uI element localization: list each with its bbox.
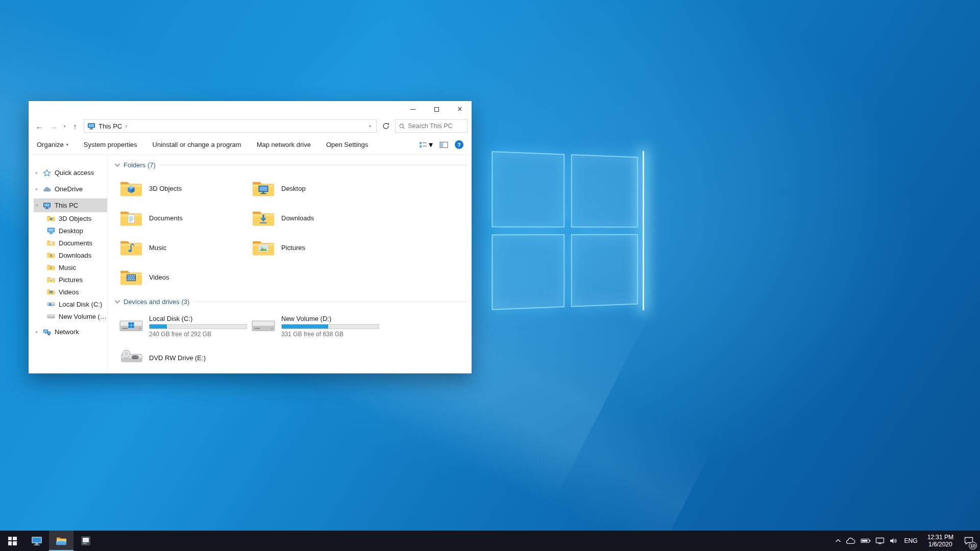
collapse-chevron-icon[interactable]: [114, 299, 120, 304]
folder-tile-downloads[interactable]: Downloads: [252, 203, 384, 233]
drive-tile-new-volume-d[interactable]: New Volume (D:)331 GB free of 638 GB: [252, 310, 384, 342]
maximize-button[interactable]: [425, 101, 448, 117]
toolbar-item-label: System properties: [84, 141, 137, 148]
group-divider: [193, 302, 468, 302]
toolbar-item-open-settings[interactable]: Open Settings: [326, 141, 368, 148]
chevron-right-icon[interactable]: ▸: [36, 330, 43, 334]
folder-tile-desktop[interactable]: Desktop: [252, 173, 384, 203]
sidebar-item-quick-access[interactable]: ▸Quick access: [34, 166, 107, 180]
notification-badge: 10: [969, 542, 977, 549]
chevron-right-icon[interactable]: ▸: [36, 187, 43, 191]
folders-group-header[interactable]: Folders (7): [114, 159, 468, 170]
sidebar-item-network[interactable]: ▸Network: [34, 325, 107, 339]
title-bar[interactable]: ×: [29, 101, 472, 117]
back-button[interactable]: ←: [33, 119, 46, 133]
folder-tile-label: Music: [149, 244, 166, 252]
sidebar-item-label: Videos: [59, 288, 79, 296]
folders-grid: 3D ObjectsDesktopDocumentsDownloadsMusic…: [119, 173, 468, 292]
drive-name: Local Disk (C:): [149, 315, 247, 322]
folder-3d-objects-icon: [47, 214, 55, 222]
collapse-chevron-icon[interactable]: [114, 163, 120, 167]
help-icon: ?: [457, 142, 461, 148]
battery-tray-button[interactable]: [861, 538, 871, 544]
folder-tile-music[interactable]: Music: [119, 233, 252, 262]
speaker-icon: [889, 537, 897, 544]
minimize-button[interactable]: [401, 101, 425, 117]
data-drive-small-icon: [47, 312, 55, 320]
taskbar-app-file-explorer-icon[interactable]: [49, 531, 74, 551]
group-label[interactable]: Devices and drives (3): [124, 298, 189, 306]
taskbar-app-monitor-app-icon[interactable]: [24, 531, 49, 551]
sidebar-item-downloads[interactable]: Downloads: [34, 249, 107, 261]
monitor-app-icon: [31, 535, 43, 547]
windows-wallpaper-logo: [492, 151, 638, 310]
battery-icon: [861, 538, 871, 544]
folder-tile-label: Pictures: [281, 244, 305, 252]
up-button[interactable]: ↑: [69, 119, 81, 133]
toolbar-item-organize[interactable]: Organize▾: [37, 141, 68, 148]
folder-tile-3d-objects[interactable]: 3D Objects: [119, 173, 252, 203]
onedrive-tray-button[interactable]: [846, 537, 856, 544]
search-box[interactable]: [395, 119, 468, 133]
drives-group-header[interactable]: Devices and drives (3): [114, 296, 468, 307]
sidebar-item-new-volume-d[interactable]: New Volume (D:): [34, 310, 107, 322]
drive-free-space-label: 240 GB free of 292 GB: [149, 331, 247, 338]
sidebar-item-label: Pictures: [59, 276, 83, 284]
group-divider: [160, 165, 468, 165]
sidebar-item-this-pc[interactable]: ▾This PC: [34, 198, 107, 212]
folder-tile-pictures[interactable]: Pictures: [252, 233, 384, 262]
volume-tray-button[interactable]: [889, 537, 897, 544]
breadcrumb-chevron-icon[interactable]: ›: [125, 122, 127, 130]
drive-tile-local-disk-c[interactable]: Local Disk (C:)240 GB free of 292 GB: [119, 310, 252, 342]
tray-overflow-button[interactable]: [835, 539, 841, 543]
action-center-button[interactable]: 10: [961, 531, 977, 551]
sidebar-item-music[interactable]: Music: [34, 261, 107, 273]
folder-tile-documents[interactable]: Documents: [119, 203, 252, 233]
sidebar-item-onedrive[interactable]: ▸OneDrive: [34, 182, 107, 196]
wallpaper-glow-edge: [643, 151, 644, 310]
taskbar-clock[interactable]: 12:31 PM 1/6/2020: [925, 534, 956, 548]
language-indicator[interactable]: ENG: [902, 537, 920, 544]
chevron-down-icon: ▾: [66, 142, 68, 147]
drive-tile-dvd-rw-drive-e[interactable]: DVDDVD RW Drive (E:): [119, 342, 252, 373]
help-button[interactable]: ?: [455, 140, 463, 149]
cloud-icon: [846, 537, 856, 544]
toolbar-item-map-network-drive[interactable]: Map network drive: [257, 141, 311, 148]
preview-pane-button[interactable]: [439, 141, 448, 148]
network-tray-button[interactable]: [875, 537, 885, 544]
toolbar-item-system-properties[interactable]: System properties: [84, 141, 137, 148]
wallpaper-pane: [492, 151, 565, 227]
chevron-down-icon[interactable]: ▾: [36, 203, 43, 208]
recent-locations-button[interactable]: ▾: [61, 119, 68, 133]
chevron-right-icon[interactable]: ▸: [36, 170, 43, 175]
folder-music-icon: [47, 263, 55, 271]
toolbar-item-label: Map network drive: [257, 141, 311, 148]
taskbar-app-dark-app-icon[interactable]: [74, 531, 98, 551]
sidebar-item-documents[interactable]: Documents: [34, 237, 107, 249]
folder-3d-objects-icon: [119, 179, 143, 198]
forward-icon: →: [50, 122, 58, 131]
sidebar-item-videos[interactable]: Videos: [34, 286, 107, 298]
toolbar-item-uninstall-or-change-a-program[interactable]: Uninstall or change a program: [153, 141, 241, 148]
search-input[interactable]: [408, 122, 463, 130]
sidebar-item-3d-objects[interactable]: 3D Objects: [34, 212, 107, 224]
folder-pictures-icon: [47, 276, 55, 284]
breadcrumb-location[interactable]: This PC: [99, 122, 122, 130]
sidebar-item-pictures[interactable]: Pictures: [34, 273, 107, 286]
folder-music-icon: [119, 238, 143, 257]
sidebar-item-local-disk-c[interactable]: Local Disk (C:): [34, 298, 107, 310]
refresh-button[interactable]: [379, 119, 393, 133]
forward-button[interactable]: →: [47, 119, 60, 133]
drive-info: New Volume (D:)331 GB free of 638 GB: [281, 315, 379, 338]
folder-tile-label: Desktop: [281, 185, 306, 192]
address-bar[interactable]: This PC › ▾: [84, 119, 377, 133]
address-dropdown-button[interactable]: ▾: [367, 124, 373, 129]
change-view-button[interactable]: ▾: [419, 140, 433, 149]
close-button[interactable]: ×: [448, 101, 472, 117]
start-button[interactable]: [0, 531, 24, 551]
sidebar-item-desktop[interactable]: Desktop: [34, 224, 107, 237]
folder-tile-videos[interactable]: Videos: [119, 262, 252, 292]
file-list-area[interactable]: Folders (7) 3D ObjectsDesktopDocumentsDo…: [108, 155, 472, 373]
chevron-down-icon: ▾: [63, 124, 65, 129]
group-label[interactable]: Folders (7): [124, 161, 156, 169]
